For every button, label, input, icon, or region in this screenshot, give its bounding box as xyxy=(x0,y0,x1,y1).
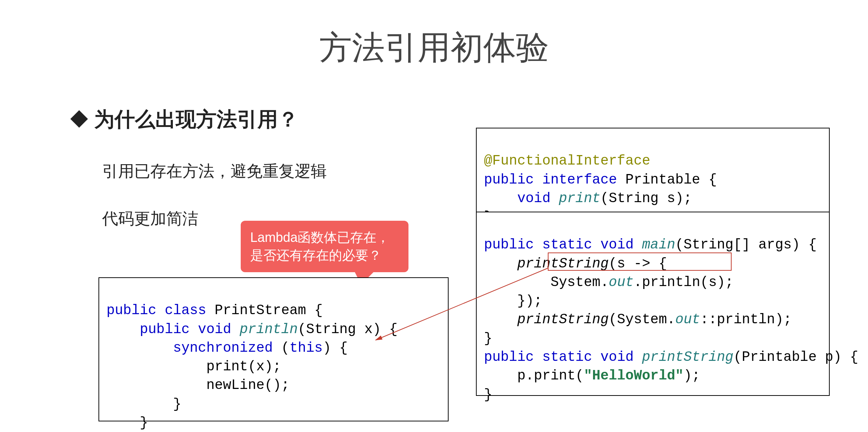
code-text: (String x) { xyxy=(298,321,398,337)
call-printstring: printString xyxy=(517,312,609,327)
kw-public: public xyxy=(106,302,156,318)
callout-line-2: 是否还有存在的必要？ xyxy=(250,248,381,263)
code-text: (s -> { xyxy=(609,256,667,271)
slide: 方法引用初体验 为什么出现方法引用？ 引用已存在方法，避免重复逻辑 代码更加简洁… xyxy=(0,0,868,432)
kw-interface: interface xyxy=(542,172,617,188)
code-text: p.print( xyxy=(517,368,584,383)
callout-bubble: Lambda函数体已存在， 是否还有存在的必要？ xyxy=(241,221,408,272)
kw-void: void xyxy=(600,349,633,365)
field-out: out xyxy=(609,274,633,290)
kw-void: void xyxy=(198,321,231,337)
code-text: (String s); xyxy=(600,190,692,206)
code-text: print(x); xyxy=(206,359,281,374)
method-main: main xyxy=(642,237,675,252)
code-text: ) { xyxy=(323,340,348,356)
method-println: println xyxy=(240,321,298,337)
slide-title: 方法引用初体验 xyxy=(0,26,868,70)
code-text: } xyxy=(173,396,181,412)
diamond-icon xyxy=(70,110,88,128)
code-block-printstream: public class PrintStream { public void p… xyxy=(98,277,449,421)
string-helloworld: "HelloWorld" xyxy=(584,368,684,383)
kw-public: public xyxy=(140,321,190,337)
code-text: }); xyxy=(517,293,542,309)
subpoint-2: 代码更加简洁 xyxy=(102,208,198,230)
code-text: (System. xyxy=(609,312,675,327)
bullet-heading: 为什么出现方法引用？ xyxy=(73,106,298,134)
kw-static: static xyxy=(542,237,592,252)
subpoint-1: 引用已存在方法，避免重复逻辑 xyxy=(102,161,327,182)
code-text: } xyxy=(484,387,492,402)
code-block-main: public static void main(String[] args) {… xyxy=(476,212,830,396)
kw-synchronized: synchronized xyxy=(173,340,273,356)
code-text: ::println); xyxy=(700,312,792,327)
heading-text: 为什么出现方法引用？ xyxy=(94,108,298,131)
code-block-printable-interface: @FunctionalInterface public interface Pr… xyxy=(476,128,830,212)
code-text: newLine(); xyxy=(206,377,290,393)
field-out: out xyxy=(675,312,700,327)
code-text: } xyxy=(484,331,492,346)
code-text: ( xyxy=(273,340,290,356)
kw-this: this xyxy=(290,340,323,356)
code-text: Printable { xyxy=(617,172,717,188)
kw-class: class xyxy=(165,302,206,318)
callout-line-1: Lambda函数体已存在， xyxy=(250,230,390,245)
code-text: .println(s); xyxy=(634,274,734,290)
annotation-functionalinterface: @FunctionalInterface xyxy=(484,153,650,169)
method-print: print xyxy=(559,190,600,206)
kw-void: void xyxy=(600,237,633,252)
kw-void: void xyxy=(517,190,550,206)
code-text: (String[] args) { xyxy=(675,237,817,252)
call-printstring: printString xyxy=(517,256,609,271)
code-text: System. xyxy=(550,274,609,290)
kw-public: public xyxy=(484,237,534,252)
code-text: } xyxy=(140,415,148,431)
kw-static: static xyxy=(542,349,592,365)
code-text: (Printable p) { xyxy=(733,349,858,365)
code-text: ); xyxy=(683,368,700,383)
kw-public: public xyxy=(484,172,534,188)
code-text: PrintStream { xyxy=(206,302,323,318)
kw-public: public xyxy=(484,349,534,365)
method-printstring: printString xyxy=(642,349,733,365)
